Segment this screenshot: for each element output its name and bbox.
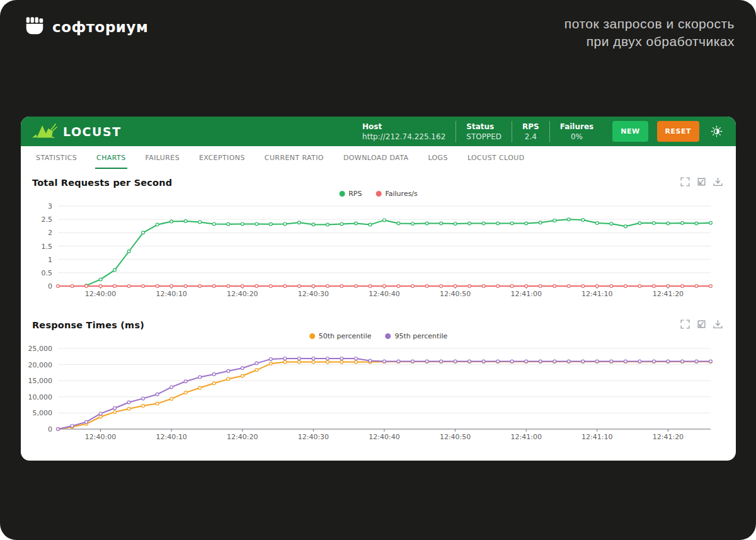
locust-app-window: LOCUST Host http://212.74.225.162 Status… (21, 117, 736, 461)
app-name: LOCUST (63, 125, 122, 139)
legend-item-p50[interactable]: 50th percentile (309, 332, 372, 340)
svg-text:12:40:00: 12:40:00 (85, 433, 116, 441)
svg-text:0: 0 (48, 282, 52, 290)
response-times-chart-header: Response Times (ms) 50th percentile 95th… (26, 315, 731, 343)
svg-text:1.5: 1.5 (42, 243, 53, 251)
failures-legend-dot (375, 191, 381, 197)
svg-text:12:40:50: 12:40:50 (440, 433, 471, 441)
svg-text:12:40:50: 12:40:50 (440, 290, 471, 298)
svg-text:25,000: 25,000 (28, 345, 53, 353)
stat-rps-label: RPS (522, 122, 539, 132)
p50-legend-dot (309, 333, 315, 339)
stat-host: Host http://212.74.225.162 (352, 121, 456, 142)
svg-text:12:40:20: 12:40:20 (227, 290, 258, 298)
svg-text:12:40:20: 12:40:20 (227, 433, 258, 441)
branding-bar: софториум поток запросов и скорость при … (0, 0, 756, 50)
header-stats: Host http://212.74.225.162 Status STOPPE… (352, 121, 604, 142)
tab-failures[interactable]: FAILURES (144, 146, 181, 169)
zoom-reset-icon[interactable] (696, 319, 707, 330)
response-times-chart-toolbox (680, 319, 723, 330)
tab-charts[interactable]: CHARTS (95, 146, 127, 169)
app-header: LOCUST Host http://212.74.225.162 Status… (21, 117, 736, 146)
rps-chart-section: Total Requests per Second RPS Failures/s (21, 173, 736, 300)
svg-text:12:40:40: 12:40:40 (369, 290, 399, 298)
svg-text:12:40:40: 12:40:40 (369, 433, 399, 441)
svg-text:12:41:20: 12:41:20 (653, 290, 684, 298)
response-times-chart-section: Response Times (ms) 50th percentile 95th… (21, 315, 736, 447)
response-times-chart-title: Response Times (ms) (32, 320, 144, 330)
stat-status-label: Status (466, 122, 501, 132)
reset-button[interactable]: RESET (657, 121, 699, 142)
tab-locust-cloud[interactable]: LOCUST CLOUD (466, 146, 526, 169)
rps-chart-toolbox (680, 176, 723, 187)
svg-text:0: 0 (48, 425, 52, 434)
download-icon[interactable] (713, 319, 723, 330)
svg-text:12:40:00: 12:40:00 (85, 290, 116, 298)
stat-failures-value: 0% (560, 132, 594, 142)
slide-tagline: поток запросов и скорость при двух обраб… (564, 15, 735, 50)
legend-item-failures[interactable]: Failures/s (375, 190, 417, 198)
stat-status-value: STOPPED (466, 132, 501, 142)
svg-text:12:41:00: 12:41:00 (511, 290, 542, 298)
brightness-icon (711, 130, 723, 139)
response-times-chart-legend: 50th percentile 95th percentile (309, 332, 448, 340)
tab-bar: STATISTICS CHARTS FAILURES EXCEPTIONS CU… (21, 146, 736, 169)
svg-text:1: 1 (48, 256, 52, 264)
legend-item-p95[interactable]: 95th percentile (386, 332, 448, 340)
svg-text:2.5: 2.5 (42, 215, 53, 224)
stat-host-label: Host (362, 122, 445, 132)
new-test-button[interactable]: NEW (612, 121, 648, 142)
legend-item-rps[interactable]: RPS (339, 190, 362, 198)
stat-failures-label: Failures (560, 122, 594, 132)
tab-current-ratio[interactable]: CURRENT RATIO (263, 146, 325, 169)
rps-chart-header: Total Requests per Second RPS Failures/s (26, 173, 731, 200)
p95-legend-label: 95th percentile (395, 332, 448, 340)
fist-logo-icon (24, 15, 45, 39)
svg-text:12:41:00: 12:41:00 (511, 433, 542, 441)
svg-text:15,000: 15,000 (28, 377, 53, 385)
stat-rps-value: 2.4 (522, 132, 539, 142)
svg-text:12:40:30: 12:40:30 (298, 290, 329, 298)
rps-chart[interactable]: 00.511.522.5312:40:0012:40:1012:40:2012:… (26, 200, 719, 300)
rps-chart-title: Total Requests per Second (32, 178, 172, 188)
dark-mode-toggle[interactable] (709, 124, 724, 139)
stat-failures: Failures 0% (550, 121, 604, 142)
zoom-select-icon[interactable] (680, 176, 690, 187)
svg-text:12:41:10: 12:41:10 (581, 433, 612, 441)
locust-logo: LOCUST (31, 121, 122, 142)
svg-text:0.5: 0.5 (42, 269, 53, 277)
svg-text:12:40:10: 12:40:10 (156, 290, 186, 298)
stat-rps: RPS 2.4 (512, 121, 550, 142)
svg-text:12:41:10: 12:41:10 (581, 290, 612, 298)
svg-text:20,000: 20,000 (28, 361, 53, 369)
p95-legend-dot (386, 333, 391, 339)
tab-download-data[interactable]: DOWNLOAD DATA (342, 146, 410, 169)
stat-host-value: http://212.74.225.162 (362, 132, 445, 142)
rps-legend-label: RPS (348, 190, 362, 198)
response-times-chart[interactable]: 05,00010,00015,00020,00025,00012:40:0012… (26, 343, 719, 447)
download-icon[interactable] (713, 176, 723, 187)
p50-legend-label: 50th percentile (319, 332, 372, 340)
svg-text:12:41:20: 12:41:20 (653, 433, 684, 441)
svg-text:2: 2 (48, 229, 52, 237)
rps-legend-dot (339, 191, 345, 197)
rps-chart-legend: RPS Failures/s (339, 190, 418, 198)
svg-text:5,000: 5,000 (33, 409, 53, 417)
tab-logs[interactable]: LOGS (427, 146, 449, 169)
page-frame: софториум поток запросов и скорость при … (0, 0, 756, 540)
tagline-line-1: поток запросов и скорость (564, 15, 735, 33)
grasshopper-icon (31, 121, 57, 142)
svg-text:12:40:30: 12:40:30 (298, 433, 329, 441)
failures-legend-label: Failures/s (385, 190, 417, 198)
stat-status: Status STOPPED (456, 121, 512, 142)
brand-name: софториум (52, 19, 148, 35)
zoom-select-icon[interactable] (680, 319, 690, 330)
tagline-line-2: при двух обработчиках (564, 33, 735, 50)
svg-text:3: 3 (48, 202, 52, 210)
svg-text:12:40:10: 12:40:10 (156, 433, 186, 441)
zoom-reset-icon[interactable] (696, 176, 707, 187)
brand: софториум (24, 15, 148, 39)
svg-text:10,000: 10,000 (28, 393, 53, 401)
tab-statistics[interactable]: STATISTICS (35, 146, 78, 169)
tab-exceptions[interactable]: EXCEPTIONS (198, 146, 246, 169)
